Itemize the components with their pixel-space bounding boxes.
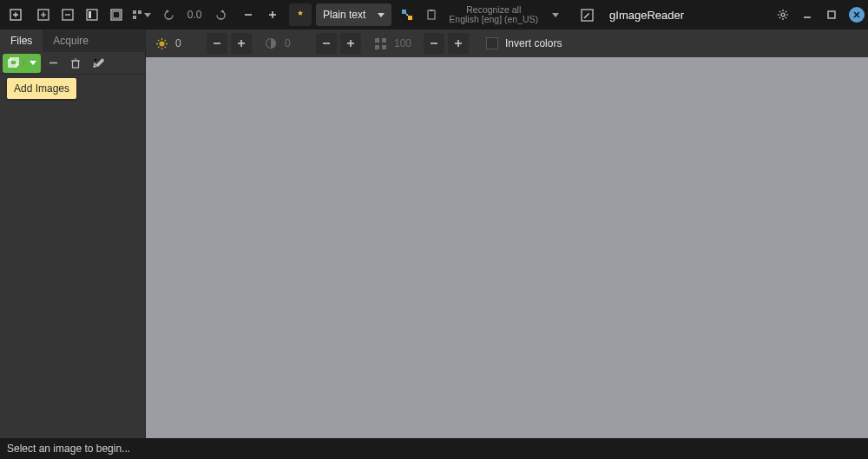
rotate-right-icon[interactable] bbox=[209, 3, 232, 26]
image-canvas[interactable] bbox=[146, 57, 868, 438]
fit-width-icon[interactable] bbox=[81, 3, 103, 26]
svg-rect-6 bbox=[113, 11, 120, 18]
svg-rect-18 bbox=[382, 38, 386, 43]
chevron-down-icon bbox=[378, 13, 385, 17]
resolution-plus-button[interactable] bbox=[448, 33, 469, 54]
sidebar: Add Images bbox=[0, 52, 146, 438]
window-minimize-icon[interactable] bbox=[796, 3, 819, 26]
contrast-plus-button[interactable] bbox=[340, 33, 361, 54]
view-toolbar: 0 0 100 Invert colors bbox=[146, 30, 868, 57]
add-images-chevron-icon[interactable] bbox=[23, 61, 41, 65]
window-maximize-icon[interactable] bbox=[820, 3, 843, 26]
rotate-left-icon[interactable] bbox=[157, 3, 180, 26]
svg-rect-14 bbox=[828, 11, 835, 18]
svg-rect-19 bbox=[375, 45, 379, 49]
zoom-in-icon[interactable] bbox=[32, 3, 55, 26]
tool-icon[interactable] bbox=[396, 3, 418, 26]
delete-image-button[interactable] bbox=[65, 54, 86, 73]
sidebar-tabs: Files Acquire bbox=[0, 30, 146, 52]
brightness-plus-button[interactable] bbox=[231, 33, 252, 54]
svg-point-15 bbox=[159, 41, 164, 46]
svg-rect-23 bbox=[73, 61, 79, 68]
tab-files[interactable]: Files bbox=[0, 30, 43, 52]
invert-colors-label: Invert colors bbox=[505, 37, 562, 49]
clipboard-icon[interactable] bbox=[420, 3, 443, 26]
brightness-value: 0 bbox=[175, 37, 187, 49]
settings-icon[interactable] bbox=[772, 3, 794, 26]
plus-icon[interactable] bbox=[261, 3, 284, 26]
resolution-icon bbox=[370, 33, 391, 54]
lang-chevron-icon[interactable] bbox=[544, 3, 567, 26]
invert-colors-checkbox[interactable] bbox=[486, 37, 498, 49]
contrast-icon bbox=[260, 33, 281, 54]
contrast-minus-button[interactable] bbox=[316, 33, 337, 54]
language-label: English [eng] (en_US) bbox=[449, 15, 538, 24]
resolution-minus-button[interactable] bbox=[424, 33, 444, 54]
add-images-tooltip: Add Images bbox=[7, 78, 76, 99]
mode-label: Plain text bbox=[323, 9, 365, 21]
ocr-icon[interactable] bbox=[289, 3, 312, 26]
language-group[interactable]: Recognize all English [eng] (en_US) bbox=[444, 5, 543, 24]
resolution-value: 100 bbox=[394, 37, 411, 49]
remove-image-button[interactable] bbox=[43, 54, 63, 73]
rotate-group: 0.0 bbox=[156, 3, 233, 26]
minus-icon[interactable] bbox=[237, 3, 260, 26]
rotate-value[interactable]: 0.0 bbox=[181, 9, 208, 21]
contrast-value: 0 bbox=[285, 37, 297, 49]
statusbar: Select an image to begin... bbox=[0, 438, 868, 459]
svg-point-13 bbox=[781, 13, 785, 16]
svg-rect-20 bbox=[382, 45, 386, 49]
brightness-minus-button[interactable] bbox=[207, 33, 227, 54]
add-images-icon bbox=[3, 57, 23, 69]
clear-images-button[interactable] bbox=[88, 54, 108, 73]
fit-page-icon[interactable] bbox=[105, 3, 128, 26]
zoom-out-icon[interactable] bbox=[56, 3, 79, 26]
svg-rect-11 bbox=[430, 10, 433, 11]
edit-icon[interactable] bbox=[575, 3, 598, 26]
svg-rect-3 bbox=[87, 10, 97, 20]
autolayout-icon[interactable] bbox=[129, 3, 152, 26]
svg-rect-8 bbox=[402, 10, 406, 14]
svg-rect-9 bbox=[408, 16, 412, 20]
svg-rect-10 bbox=[428, 10, 435, 19]
titlebar: 0.0 Plain text Recognize all English [en… bbox=[0, 0, 868, 30]
brightness-icon bbox=[151, 33, 172, 54]
open-icon[interactable] bbox=[4, 3, 27, 26]
sidebar-toolbar: Add Images bbox=[0, 52, 145, 75]
svg-rect-4 bbox=[89, 11, 91, 18]
status-text: Select an image to begin... bbox=[7, 443, 130, 455]
window-close-icon[interactable] bbox=[849, 7, 865, 23]
app-title: gImageReader bbox=[609, 9, 684, 22]
svg-rect-17 bbox=[375, 38, 379, 43]
mode-dropdown[interactable]: Plain text bbox=[316, 3, 391, 26]
tab-acquire[interactable]: Acquire bbox=[43, 30, 99, 52]
add-images-button[interactable] bbox=[3, 54, 41, 73]
